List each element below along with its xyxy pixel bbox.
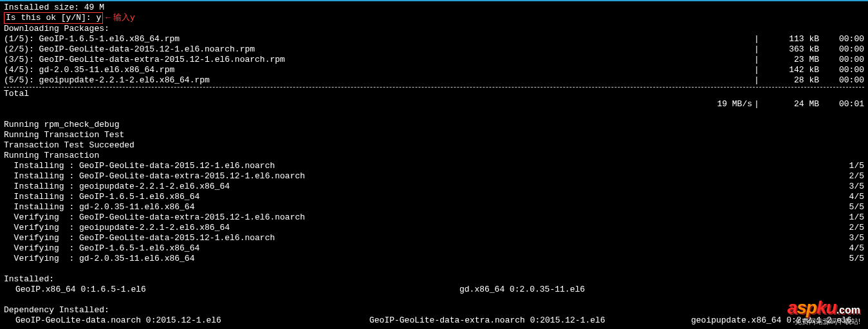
total-label: Total [4, 89, 29, 120]
installed-size: Installed size: 49 M [4, 3, 104, 13]
download-label: (5/5): geoipupdate-2.2.1-2.el6.x86_64.rp… [4, 75, 210, 86]
transaction-step: Verifying : GeoIP-1.6.5-1.el6.x86_644/5 [4, 243, 864, 254]
step-fraction: 3/5 [849, 233, 864, 243]
transaction-step: Verifying : geoipupdate-2.2.1-2.el6.x86_… [4, 223, 864, 233]
annotation-text: 输入y [111, 13, 135, 24]
confirm-prompt-line: Is this ok [y/N]: y ← 输入y [4, 13, 864, 24]
separator-bar-icon: | [752, 55, 761, 65]
progress-line: Running Transaction [4, 151, 864, 161]
progress-line: Transaction Test Succeeded [4, 140, 864, 151]
step-text: Installing : GeoIP-GeoLite-data-extra-20… [4, 171, 305, 182]
step-text: Verifying : gd-2.0.35-11.el6.x86_64 [4, 254, 194, 264]
confirm-prompt: Is this ok [y/N]: y [6, 13, 101, 23]
transaction-step: Installing : GeoIP-GeoLite-data-extra-20… [4, 171, 864, 182]
step-fraction: 5/5 [849, 202, 864, 212]
total-speed: 19 MB/s [717, 99, 752, 109]
download-row: (5/5): geoipupdate-2.2.1-2.el6.x86_64.rp… [4, 75, 864, 86]
progress-line: Running rpm_check_debug [4, 120, 864, 130]
separator-bar-icon: | [752, 75, 761, 86]
transaction-step: Verifying : gd-2.0.35-11.el6.x86_645/5 [4, 254, 864, 264]
download-size: 363 kB [761, 44, 819, 55]
step-fraction: 3/5 [849, 182, 864, 192]
dep-pkg-2: GeoIP-GeoLite-data-extra.noarch 0:2015.1… [369, 315, 691, 326]
transaction-step: Installing : GeoIP-GeoLite-data-2015.12-… [4, 161, 864, 171]
separator-bar-icon: | [752, 44, 761, 55]
transaction-steps: Installing : GeoIP-GeoLite-data-2015.12-… [4, 161, 864, 264]
dep-installed-title: Dependency Installed: [4, 305, 109, 315]
download-row: (2/5): GeoIP-GeoLite-data-2015.12-1.el6.… [4, 44, 864, 55]
download-time: 00:00 [819, 75, 864, 86]
step-text: Installing : gd-2.0.35-11.el6.x86_64 [4, 202, 194, 212]
separator-dash [4, 87, 864, 88]
download-list: (1/5): GeoIP-1.6.5-1.el6.x86_64.rpm|113 … [4, 34, 864, 86]
download-time: 00:00 [819, 44, 864, 55]
dep-pkg-1: GeoIP-GeoLite-data.noarch 0:2015.12-1.el… [4, 315, 369, 326]
step-text: Installing : GeoIP-1.6.5-1.el6.x86_64 [4, 192, 199, 202]
step-text: Verifying : GeoIP-GeoLite-data-extra-201… [4, 212, 305, 223]
transaction-step: Installing : gd-2.0.35-11.el6.x86_645/5 [4, 202, 864, 212]
download-row: (4/5): gd-2.0.35-11.el6.x86_64.rpm|142 k… [4, 65, 864, 75]
step-text: Verifying : GeoIP-GeoLite-data-2015.12-1… [4, 233, 275, 243]
logo-part-ku: ku [817, 297, 836, 317]
logo-tagline: 免费网站源码下载站! [788, 318, 860, 325]
step-text: Verifying : GeoIP-1.6.5-1.el6.x86_64 [4, 243, 199, 254]
download-row: (1/5): GeoIP-1.6.5-1.el6.x86_64.rpm|113 … [4, 34, 864, 44]
step-fraction: 1/5 [849, 212, 864, 223]
download-row: (3/5): GeoIP-GeoLite-data-extra-2015.12-… [4, 55, 864, 65]
progress-line: Running Transaction Test [4, 130, 864, 140]
annotation-arrow-icon: ← [103, 13, 111, 24]
transaction-step: Installing : GeoIP-1.6.5-1.el6.x86_644/5 [4, 192, 864, 202]
step-fraction: 4/5 [849, 243, 864, 254]
download-size: 142 kB [761, 65, 819, 75]
download-size: 23 MB [761, 55, 819, 65]
dep-installed-row: GeoIP-GeoLite-data.noarch 0:2015.12-1.el… [4, 315, 864, 326]
step-text: Verifying : geoipupdate-2.2.1-2.el6.x86_… [4, 223, 230, 233]
transaction-step: Verifying : GeoIP-GeoLite-data-extra-201… [4, 212, 864, 223]
download-label: (1/5): GeoIP-1.6.5-1.el6.x86_64.rpm [4, 34, 180, 44]
logo-part-a: a [788, 297, 797, 317]
step-fraction: 1/5 [849, 161, 864, 171]
step-fraction: 2/5 [849, 171, 864, 182]
step-text: Installing : GeoIP-GeoLite-data-2015.12-… [4, 161, 275, 171]
watermark-logo: aspku.com 免费网站源码下载站! [788, 299, 860, 325]
download-size: 28 kB [761, 75, 819, 86]
download-label: (2/5): GeoIP-GeoLite-data-2015.12-1.el6.… [4, 44, 255, 55]
installed-row: GeoIP.x86_64 0:1.6.5-1.el6 gd.x86_64 0:2… [4, 285, 864, 295]
download-label: (4/5): gd-2.0.35-11.el6.x86_64.rpm [4, 65, 174, 75]
download-time: 00:00 [819, 34, 864, 44]
download-label: (3/5): GeoIP-GeoLite-data-extra-2015.12-… [4, 55, 285, 65]
transaction-step: Installing : geoipupdate-2.2.1-2.el6.x86… [4, 182, 864, 192]
transaction-step: Verifying : GeoIP-GeoLite-data-2015.12-1… [4, 233, 864, 243]
step-fraction: 4/5 [849, 192, 864, 202]
total-time: 00:01 [819, 99, 864, 109]
step-fraction: 2/5 [849, 223, 864, 233]
download-time: 00:00 [819, 55, 864, 65]
terminal-output[interactable]: Installed size: 49 M Is this ok [y/N]: y… [0, 1, 868, 329]
downloading-header: Downloading Packages: [4, 24, 109, 34]
total-size: 24 MB [761, 99, 819, 109]
logo-part-com: .com [836, 305, 860, 315]
progress-lines: Running rpm_check_debugRunning Transacti… [4, 120, 864, 161]
download-size: 113 kB [761, 34, 819, 44]
total-line: Total 19 MB/s|24 MB00:01 [4, 89, 864, 120]
separator-bar-icon: | [752, 99, 761, 109]
confirm-prompt-box: Is this ok [y/N]: y [4, 12, 103, 24]
logo-part-sp: sp [797, 297, 817, 317]
installed-pkg-1: GeoIP.x86_64 0:1.6.5-1.el6 [4, 285, 459, 295]
installed-title: Installed: [4, 274, 54, 285]
installed-pkg-2: gd.x86_64 0:2.0.35-11.el6 [459, 285, 585, 295]
step-fraction: 5/5 [849, 254, 864, 264]
step-text: Installing : geoipupdate-2.2.1-2.el6.x86… [4, 182, 230, 192]
separator-bar-icon: | [752, 65, 761, 75]
download-time: 00:00 [819, 65, 864, 75]
separator-bar-icon: | [752, 34, 761, 44]
